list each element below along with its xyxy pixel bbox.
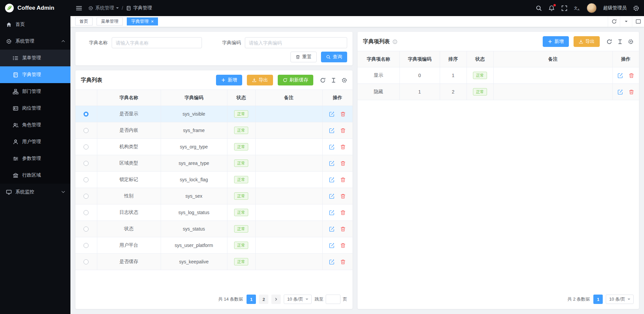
edit-icon[interactable] bbox=[329, 193, 335, 199]
breadcrumb-item-system[interactable]: 系统管理 bbox=[88, 5, 119, 11]
export-dict-button[interactable]: 导出 bbox=[247, 75, 273, 85]
dict-row[interactable]: 是否内嵌sys_frame正常 bbox=[75, 122, 353, 139]
edit-icon[interactable] bbox=[329, 226, 335, 232]
dict-row[interactable]: 日志状态sys_log_status正常 bbox=[75, 204, 353, 221]
add-dict-button[interactable]: 新增 bbox=[216, 75, 242, 85]
edit-icon[interactable] bbox=[329, 111, 335, 117]
refresh-table-icon[interactable] bbox=[606, 39, 612, 45]
delete-icon[interactable] bbox=[340, 259, 346, 265]
tab-home[interactable]: 首页 bbox=[75, 17, 93, 25]
page-1-button[interactable]: 1 bbox=[247, 295, 256, 304]
edit-icon[interactable] bbox=[329, 177, 335, 183]
edit-icon[interactable] bbox=[329, 243, 335, 248]
row-radio[interactable] bbox=[84, 144, 89, 149]
edit-icon[interactable] bbox=[329, 161, 335, 166]
edit-icon[interactable] bbox=[618, 89, 623, 95]
row-radio[interactable] bbox=[84, 177, 89, 182]
edit-icon[interactable] bbox=[329, 144, 335, 150]
sidebar-item-param-mgmt[interactable]: 参数管理 bbox=[0, 150, 70, 167]
maximize-view-icon[interactable] bbox=[632, 16, 644, 27]
translate-icon[interactable]: 文A bbox=[574, 5, 580, 11]
user-avatar[interactable] bbox=[587, 3, 597, 13]
page-size-select[interactable]: 10 条/页 bbox=[606, 295, 634, 304]
next-page-icon[interactable] bbox=[271, 295, 281, 304]
edit-icon[interactable] bbox=[329, 210, 335, 215]
delete-icon[interactable] bbox=[340, 193, 346, 199]
delete-icon[interactable] bbox=[340, 144, 346, 150]
delete-icon[interactable] bbox=[340, 226, 346, 232]
sidebar-item-monitor[interactable]: 系统监控 bbox=[0, 184, 70, 200]
settings-gear-icon[interactable] bbox=[633, 5, 639, 11]
edit-icon[interactable] bbox=[618, 73, 623, 78]
delete-icon[interactable] bbox=[340, 111, 346, 117]
row-radio[interactable] bbox=[84, 194, 89, 199]
collapse-sidebar-icon[interactable] bbox=[76, 5, 82, 11]
sidebar-item-user-mgmt[interactable]: 用户管理 bbox=[0, 133, 70, 150]
app-logo[interactable]: Coffee Admin bbox=[0, 0, 70, 16]
delete-icon[interactable] bbox=[340, 177, 346, 183]
dict-row[interactable]: 机构类型sys_org_type正常 bbox=[75, 139, 353, 155]
delete-icon[interactable] bbox=[340, 243, 346, 248]
sidebar-item-system-mgmt[interactable]: 系统管理 bbox=[0, 33, 70, 50]
row-radio[interactable] bbox=[84, 161, 89, 166]
search-icon[interactable] bbox=[536, 5, 542, 11]
refresh-cache-button[interactable]: 刷新缓存 bbox=[278, 75, 313, 85]
column-settings-gear-icon[interactable] bbox=[628, 39, 634, 45]
sidebar-item-role-mgmt[interactable]: 角色管理 bbox=[0, 117, 70, 133]
sidebar-item-post-mgmt[interactable]: 岗位管理 bbox=[0, 100, 70, 117]
dict-row[interactable]: 用户平台sys_user_platform正常 bbox=[75, 237, 353, 254]
row-radio[interactable] bbox=[84, 112, 89, 117]
dict-row[interactable]: 是否显示sys_visible正常 bbox=[75, 106, 353, 122]
refresh-table-icon[interactable] bbox=[320, 77, 326, 83]
plus-icon bbox=[548, 39, 552, 44]
delete-icon[interactable] bbox=[340, 128, 346, 133]
page-1-button[interactable]: 1 bbox=[593, 295, 603, 304]
remark-cell bbox=[255, 237, 322, 254]
delete-icon[interactable] bbox=[629, 73, 634, 78]
dict-row[interactable]: 是否缓存sys_keepalive正常 bbox=[75, 254, 353, 270]
sidebar-item-home[interactable]: 首页 bbox=[0, 16, 70, 33]
dict-row[interactable]: 锁定标记sys_lock_flag正常 bbox=[75, 172, 353, 188]
delete-icon[interactable] bbox=[340, 210, 346, 215]
dict-item-card: 字典项列表 新增 导出 bbox=[358, 32, 639, 309]
dict-row[interactable]: 性别sys_sex正常 bbox=[75, 188, 353, 204]
close-tab-icon[interactable]: × bbox=[151, 19, 154, 24]
row-radio[interactable] bbox=[84, 259, 89, 264]
dict-row[interactable]: 区域类型sys_area_type正常 bbox=[75, 155, 353, 172]
column-size-icon[interactable] bbox=[617, 39, 623, 45]
page-size-select[interactable]: 10 条/页 bbox=[284, 295, 312, 304]
tab-dict-mgmt[interactable]: 字典管理 × bbox=[127, 17, 158, 25]
edit-icon[interactable] bbox=[329, 128, 335, 133]
tab-menu-mgmt[interactable]: 菜单管理 bbox=[97, 17, 123, 25]
edit-icon[interactable] bbox=[329, 259, 335, 265]
dict-row[interactable]: 状态sys_status正常 bbox=[75, 221, 353, 237]
sidebar-item-region-mgmt[interactable]: 行政区域 bbox=[0, 167, 70, 184]
row-radio[interactable] bbox=[84, 210, 89, 215]
username[interactable]: 超级管理员 bbox=[603, 5, 627, 11]
delete-icon[interactable] bbox=[629, 89, 634, 95]
fullscreen-icon[interactable] bbox=[561, 5, 568, 11]
column-settings-gear-icon[interactable] bbox=[341, 77, 347, 83]
column-size-icon[interactable] bbox=[331, 77, 336, 83]
page-2-button[interactable]: 2 bbox=[259, 295, 268, 304]
export-dict-item-button[interactable]: 导出 bbox=[574, 36, 600, 47]
add-dict-item-button[interactable]: 新增 bbox=[543, 36, 569, 47]
dict-item-row[interactable]: 显示01正常 bbox=[358, 67, 639, 84]
refresh-page-icon[interactable] bbox=[608, 16, 620, 27]
status-tag: 正常 bbox=[234, 176, 248, 183]
reset-button[interactable]: 重置 bbox=[290, 52, 317, 62]
notifications-bell-icon[interactable] bbox=[548, 5, 555, 11]
dict-item-row[interactable]: 隐藏12正常 bbox=[358, 84, 639, 100]
dict-name-input[interactable] bbox=[112, 37, 202, 48]
delete-icon[interactable] bbox=[340, 161, 346, 166]
dict-code-input[interactable] bbox=[245, 37, 347, 48]
sidebar-item-dept-mgmt[interactable]: 部门管理 bbox=[0, 83, 70, 100]
query-button[interactable]: 查询 bbox=[321, 52, 347, 62]
jump-page-input[interactable] bbox=[326, 295, 340, 304]
sidebar-item-menu-mgmt[interactable]: 菜单管理 bbox=[0, 50, 70, 66]
row-radio[interactable] bbox=[84, 243, 89, 248]
row-radio[interactable] bbox=[84, 227, 89, 232]
row-radio[interactable] bbox=[84, 128, 89, 133]
tab-options-chevron-icon[interactable] bbox=[620, 16, 632, 27]
sidebar-item-dict-mgmt[interactable]: 字典管理 bbox=[0, 66, 70, 83]
